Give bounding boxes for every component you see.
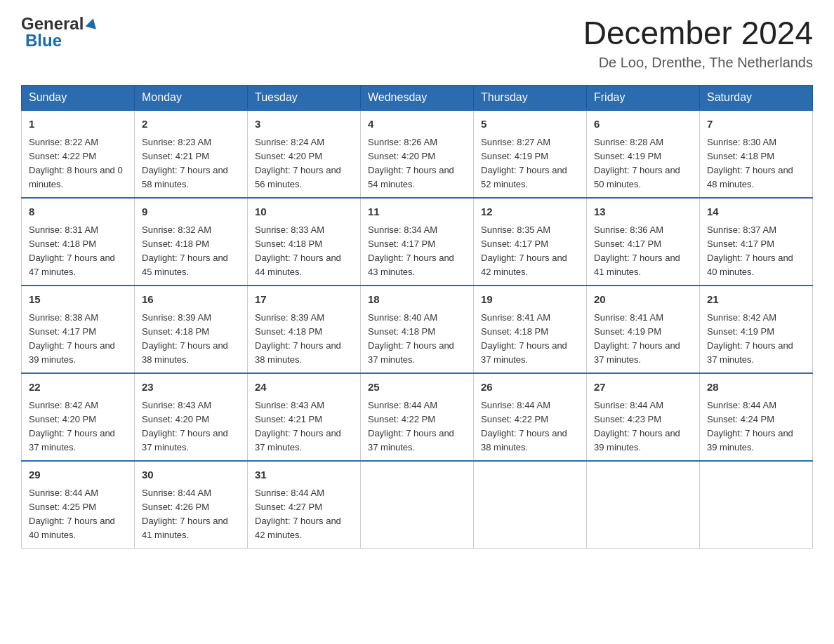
day-info: Sunrise: 8:44 AMSunset: 4:23 PMDaylight:…	[594, 400, 680, 452]
calendar-day-cell: 6 Sunrise: 8:28 AMSunset: 4:19 PMDayligh…	[587, 110, 700, 198]
weekday-header-sunday: Sunday	[22, 86, 135, 111]
day-info: Sunrise: 8:43 AMSunset: 4:20 PMDaylight:…	[142, 400, 228, 452]
day-info: Sunrise: 8:22 AMSunset: 4:22 PMDaylight:…	[29, 137, 123, 189]
calendar-day-cell: 26 Sunrise: 8:44 AMSunset: 4:22 PMDaylig…	[474, 373, 587, 461]
calendar-day-cell	[700, 461, 813, 549]
day-number: 16	[142, 292, 240, 308]
logo-triangle-icon	[86, 17, 98, 32]
day-number: 8	[29, 204, 127, 220]
day-info: Sunrise: 8:36 AMSunset: 4:17 PMDaylight:…	[594, 224, 680, 277]
weekday-header-friday: Friday	[587, 86, 700, 111]
day-number: 21	[707, 292, 805, 308]
calendar-day-cell	[361, 461, 474, 549]
day-number: 11	[368, 204, 466, 220]
calendar-day-cell: 11 Sunrise: 8:34 AMSunset: 4:17 PMDaylig…	[361, 198, 474, 286]
calendar-day-cell: 14 Sunrise: 8:37 AMSunset: 4:17 PMDaylig…	[700, 198, 813, 286]
day-info: Sunrise: 8:41 AMSunset: 4:18 PMDaylight:…	[481, 312, 567, 365]
calendar-day-cell: 21 Sunrise: 8:42 AMSunset: 4:19 PMDaylig…	[700, 286, 813, 373]
day-number: 13	[594, 204, 692, 220]
day-info: Sunrise: 8:38 AMSunset: 4:17 PMDaylight:…	[29, 312, 115, 365]
day-info: Sunrise: 8:44 AMSunset: 4:26 PMDaylight:…	[142, 488, 228, 540]
day-info: Sunrise: 8:42 AMSunset: 4:19 PMDaylight:…	[707, 312, 793, 365]
calendar-week-row: 15 Sunrise: 8:38 AMSunset: 4:17 PMDaylig…	[22, 286, 813, 373]
calendar-day-cell: 16 Sunrise: 8:39 AMSunset: 4:18 PMDaylig…	[135, 286, 248, 373]
day-info: Sunrise: 8:37 AMSunset: 4:17 PMDaylight:…	[707, 224, 793, 277]
calendar-day-cell: 27 Sunrise: 8:44 AMSunset: 4:23 PMDaylig…	[587, 373, 700, 461]
svg-marker-0	[86, 17, 98, 29]
calendar-day-cell: 18 Sunrise: 8:40 AMSunset: 4:18 PMDaylig…	[361, 286, 474, 373]
day-info: Sunrise: 8:40 AMSunset: 4:18 PMDaylight:…	[368, 312, 454, 365]
day-info: Sunrise: 8:23 AMSunset: 4:21 PMDaylight:…	[142, 137, 228, 189]
calendar-day-cell: 5 Sunrise: 8:27 AMSunset: 4:19 PMDayligh…	[474, 110, 587, 198]
calendar-day-cell: 30 Sunrise: 8:44 AMSunset: 4:26 PMDaylig…	[135, 461, 248, 549]
page-header: General Blue December 2024 De Loo, Drent…	[21, 14, 813, 71]
day-info: Sunrise: 8:43 AMSunset: 4:21 PMDaylight:…	[255, 400, 341, 452]
day-info: Sunrise: 8:27 AMSunset: 4:19 PMDaylight:…	[481, 137, 567, 189]
calendar-week-row: 22 Sunrise: 8:42 AMSunset: 4:20 PMDaylig…	[22, 373, 813, 461]
day-number: 5	[481, 116, 579, 133]
calendar-day-cell: 3 Sunrise: 8:24 AMSunset: 4:20 PMDayligh…	[248, 110, 361, 198]
day-info: Sunrise: 8:44 AMSunset: 4:22 PMDaylight:…	[481, 400, 567, 452]
logo: General Blue	[21, 14, 98, 51]
calendar-day-cell: 1 Sunrise: 8:22 AMSunset: 4:22 PMDayligh…	[22, 110, 135, 198]
month-year-title: December 2024	[583, 14, 813, 52]
calendar-day-cell	[474, 461, 587, 549]
day-info: Sunrise: 8:24 AMSunset: 4:20 PMDaylight:…	[255, 137, 341, 189]
day-number: 27	[594, 380, 692, 396]
weekday-header-saturday: Saturday	[700, 86, 813, 111]
day-info: Sunrise: 8:39 AMSunset: 4:18 PMDaylight:…	[255, 312, 341, 365]
day-number: 25	[368, 380, 466, 396]
day-info: Sunrise: 8:31 AMSunset: 4:18 PMDaylight:…	[29, 224, 115, 277]
day-number: 7	[707, 116, 805, 133]
calendar-day-cell: 15 Sunrise: 8:38 AMSunset: 4:17 PMDaylig…	[22, 286, 135, 373]
weekday-header-wednesday: Wednesday	[361, 86, 474, 111]
day-info: Sunrise: 8:30 AMSunset: 4:18 PMDaylight:…	[707, 137, 793, 189]
weekday-header-row: SundayMondayTuesdayWednesdayThursdayFrid…	[22, 86, 813, 111]
calendar-day-cell: 17 Sunrise: 8:39 AMSunset: 4:18 PMDaylig…	[248, 286, 361, 373]
calendar-day-cell: 12 Sunrise: 8:35 AMSunset: 4:17 PMDaylig…	[474, 198, 587, 286]
weekday-header-monday: Monday	[135, 86, 248, 111]
day-info: Sunrise: 8:28 AMSunset: 4:19 PMDaylight:…	[594, 137, 680, 189]
calendar-day-cell: 4 Sunrise: 8:26 AMSunset: 4:20 PMDayligh…	[361, 110, 474, 198]
calendar-day-cell: 19 Sunrise: 8:41 AMSunset: 4:18 PMDaylig…	[474, 286, 587, 373]
day-info: Sunrise: 8:44 AMSunset: 4:24 PMDaylight:…	[707, 400, 793, 452]
calendar-week-row: 29 Sunrise: 8:44 AMSunset: 4:25 PMDaylig…	[22, 461, 813, 549]
calendar-day-cell: 31 Sunrise: 8:44 AMSunset: 4:27 PMDaylig…	[248, 461, 361, 549]
day-number: 1	[29, 116, 127, 133]
day-number: 3	[255, 116, 353, 133]
calendar-day-cell: 29 Sunrise: 8:44 AMSunset: 4:25 PMDaylig…	[22, 461, 135, 549]
day-number: 12	[481, 204, 579, 220]
calendar-day-cell: 20 Sunrise: 8:41 AMSunset: 4:19 PMDaylig…	[587, 286, 700, 373]
day-info: Sunrise: 8:39 AMSunset: 4:18 PMDaylight:…	[142, 312, 228, 365]
day-number: 29	[29, 467, 127, 483]
day-number: 10	[255, 204, 353, 220]
day-info: Sunrise: 8:34 AMSunset: 4:17 PMDaylight:…	[368, 224, 454, 277]
day-number: 2	[142, 116, 240, 133]
day-number: 28	[707, 380, 805, 396]
day-number: 17	[255, 292, 353, 308]
day-number: 14	[707, 204, 805, 220]
weekday-header-tuesday: Tuesday	[248, 86, 361, 111]
calendar-day-cell: 9 Sunrise: 8:32 AMSunset: 4:18 PMDayligh…	[135, 198, 248, 286]
day-number: 22	[29, 380, 127, 396]
day-number: 18	[368, 292, 466, 308]
day-number: 26	[481, 380, 579, 396]
day-info: Sunrise: 8:41 AMSunset: 4:19 PMDaylight:…	[594, 312, 680, 365]
day-number: 6	[594, 116, 692, 133]
day-info: Sunrise: 8:32 AMSunset: 4:18 PMDaylight:…	[142, 224, 228, 277]
day-number: 23	[142, 380, 240, 396]
weekday-header-thursday: Thursday	[474, 86, 587, 111]
day-number: 31	[255, 467, 353, 483]
calendar-day-cell: 8 Sunrise: 8:31 AMSunset: 4:18 PMDayligh…	[22, 198, 135, 286]
calendar-day-cell: 2 Sunrise: 8:23 AMSunset: 4:21 PMDayligh…	[135, 110, 248, 198]
day-number: 30	[142, 467, 240, 483]
day-info: Sunrise: 8:33 AMSunset: 4:18 PMDaylight:…	[255, 224, 341, 277]
day-number: 15	[29, 292, 127, 308]
calendar-table: SundayMondayTuesdayWednesdayThursdayFrid…	[21, 85, 813, 549]
day-number: 19	[481, 292, 579, 308]
day-info: Sunrise: 8:26 AMSunset: 4:20 PMDaylight:…	[368, 137, 454, 189]
location-subtitle: De Loo, Drenthe, The Netherlands	[583, 55, 813, 71]
day-info: Sunrise: 8:42 AMSunset: 4:20 PMDaylight:…	[29, 400, 115, 452]
calendar-day-cell: 25 Sunrise: 8:44 AMSunset: 4:22 PMDaylig…	[361, 373, 474, 461]
day-number: 4	[368, 116, 466, 133]
